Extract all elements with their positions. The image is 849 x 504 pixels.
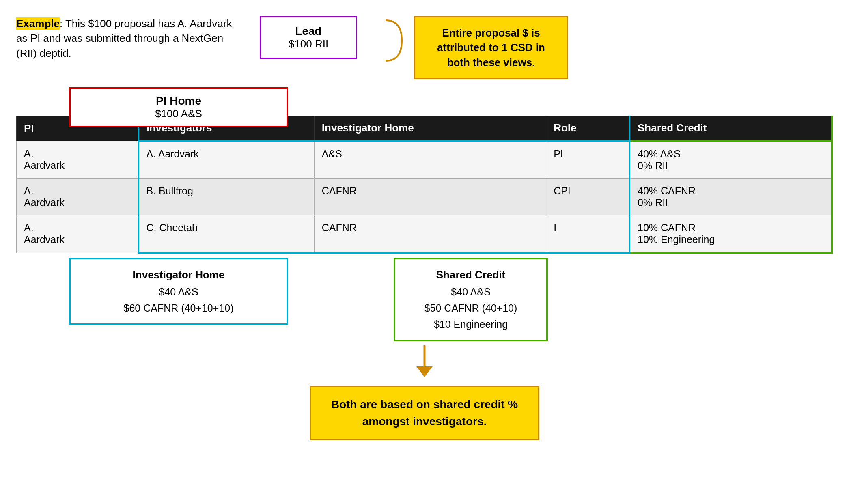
shared-credit-summary: Shared Credit $40 A&S $50 CAFNR (40+10) … xyxy=(394,258,548,341)
entire-proposal-box: Entire proposal $ is attributed to 1 CSD… xyxy=(414,16,568,79)
th-role: Role xyxy=(546,116,629,141)
lead-label: Lead xyxy=(273,25,344,38)
bottom-gold-box: Both are based on shared credit % amongs… xyxy=(310,386,540,440)
inv-home-summary-line2: $60 CAFNR (40+10+10) xyxy=(80,300,277,316)
shared-credit-summary-line1: $40 A&S xyxy=(405,284,537,300)
pi-home-title: PI Home xyxy=(79,95,278,108)
td-role-1: PI xyxy=(546,141,629,179)
page-container: Example: This $100 proposal has A. Aardv… xyxy=(0,0,849,504)
td-pi-3: A.Aardvark xyxy=(17,215,138,253)
pi-home-box: PI Home $100 A&S xyxy=(69,87,288,127)
bottom-box-line2: amongst investigators. xyxy=(331,413,518,430)
td-inv-2: B. Bullfrog xyxy=(138,179,315,215)
inv-home-summary-line1: $40 A&S xyxy=(80,284,277,300)
td-pi-2: A.Aardvark xyxy=(17,179,138,215)
td-pi-1: A.Aardvark xyxy=(17,141,138,179)
shared-credit-summary-line2: $50 CAFNR (40+10) xyxy=(405,300,537,316)
lead-value: $100 RII xyxy=(273,38,344,50)
example-text-box: Example: This $100 proposal has A. Aardv… xyxy=(16,16,243,60)
shared-credit-summary-title: Shared Credit xyxy=(405,267,537,284)
example-highlight: Example xyxy=(16,17,60,30)
td-shared-1: 40% A&S0% RII xyxy=(629,141,832,179)
table-row: A.Aardvark A. Aardvark A&S PI 40% A&S0% … xyxy=(17,141,832,179)
td-shared-2: 40% CAFNR0% RII xyxy=(629,179,832,215)
th-inv-home: Investigator Home xyxy=(314,116,546,141)
bottom-box-line1: Both are based on shared credit % xyxy=(331,396,518,413)
td-inv-3: C. Cheetah xyxy=(138,215,315,253)
td-role-3: I xyxy=(546,215,629,253)
table-row: A.Aardvark C. Cheetah CAFNR I 10% CAFNR1… xyxy=(17,215,832,253)
inv-home-summary-title: Investigator Home xyxy=(80,267,277,284)
bottom-gold-wrapper: Both are based on shared credit % amongs… xyxy=(16,386,833,440)
brace-icon xyxy=(381,16,406,65)
main-table: PI Investigators Investigator Home Role … xyxy=(16,116,833,254)
td-inv-1: A. Aardvark xyxy=(138,141,315,179)
bottom-annotations: Investigator Home $40 A&S $60 CAFNR (40+… xyxy=(16,258,833,341)
inv-home-summary: Investigator Home $40 A&S $60 CAFNR (40+… xyxy=(69,258,288,325)
down-arrow-icon xyxy=(412,345,437,378)
td-shared-3: 10% CAFNR10% Engineering xyxy=(629,215,832,253)
lead-box: Lead $100 RII xyxy=(260,16,357,59)
svg-marker-1 xyxy=(416,366,433,377)
th-shared-credit: Shared Credit xyxy=(629,116,832,141)
shared-credit-summary-line3: $10 Engineering xyxy=(405,316,537,332)
entire-proposal-text: Entire proposal $ is attributed to 1 CSD… xyxy=(437,27,545,69)
main-table-wrapper: PI Investigators Investigator Home Role … xyxy=(16,116,833,254)
td-role-2: CPI xyxy=(546,179,629,215)
td-inv-home-3: CAFNR xyxy=(314,215,546,253)
td-inv-home-1: A&S xyxy=(314,141,546,179)
td-inv-home-2: CAFNR xyxy=(314,179,546,215)
brace-connector xyxy=(381,16,406,65)
pi-home-value: $100 A&S xyxy=(79,108,278,120)
top-section: Example: This $100 proposal has A. Aardv… xyxy=(16,12,833,79)
arrow-connector xyxy=(16,345,833,378)
table-row: A.Aardvark B. Bullfrog CAFNR CPI 40% CAF… xyxy=(17,179,832,215)
